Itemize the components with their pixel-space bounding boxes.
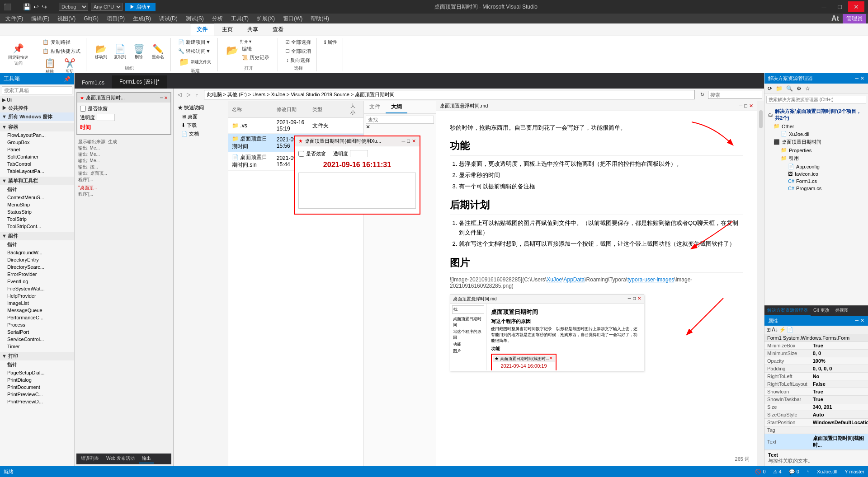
scrollbar-thumb[interactable] <box>759 110 763 128</box>
ribbon-btn-pin[interactable]: 📌 固定到快速访问 <box>5 42 31 67</box>
nested-screenshot-window[interactable]: 桌面顶置悬浮时间.md ─ □ ✕ <box>450 295 644 371</box>
props-pin-btn[interactable]: ─ <box>855 318 859 324</box>
toolbox-item-tablelayout[interactable]: TableLayoutPa... <box>0 168 74 175</box>
ribbon-btn-props[interactable]: ℹ 属性 <box>322 38 339 47</box>
prop-row[interactable]: Size340, 201 <box>764 403 868 411</box>
menu-help[interactable]: 帮助(H) <box>307 14 333 23</box>
prop-row[interactable]: RightToLeftNo <box>764 373 868 380</box>
main-float-window[interactable]: ★ 桌面顶置日期时间(截图时使用Xu... ─ □ ✕ 是否炫窗 透明度 50 … <box>294 136 420 215</box>
col-size[interactable]: 大小 <box>347 101 363 118</box>
form-window[interactable]: ★ 桌面顶置日期时... ─ ✕ 是否炫窗 <box>76 92 171 135</box>
menu-extensions[interactable]: 扩展(X) <box>253 14 278 23</box>
toolbox-item-tabcontrol[interactable]: TabControl <box>0 160 74 168</box>
form-opacity-input[interactable]: 50 <box>97 114 115 121</box>
menu-edit[interactable]: 编辑(E) <box>28 14 53 23</box>
toolbox-item-serialport[interactable]: SerialPort <box>0 328 74 336</box>
toolbox-item-process[interactable]: Process <box>0 321 74 328</box>
toolbox-item-directorysearch[interactable]: DirectorySearc... <box>0 263 74 271</box>
float-close-btn[interactable]: ✕ <box>412 138 416 144</box>
md-tab-file[interactable]: 文件 <box>364 101 386 113</box>
toolbox-item-toolstripcont[interactable]: ToolStripCont... <box>0 223 74 230</box>
md-minimize-btn[interactable]: ─ <box>739 103 743 109</box>
table-row[interactable]: 📁 .vs 2021-09-16 15:19 文件夹 <box>228 118 363 134</box>
ribbon-btn-deselect-all[interactable]: ☐ 全部取消 <box>283 47 313 56</box>
ribbon-btn-move[interactable]: 📂 移动到 <box>92 42 110 61</box>
debug-config-select[interactable]: Debug Release <box>59 3 88 11</box>
output-tab-output[interactable]: 输出 <box>139 454 154 463</box>
maximize-btn[interactable]: □ <box>833 1 847 12</box>
panel-tab-classview[interactable]: 类视图 <box>832 306 851 316</box>
nav-up-btn[interactable]: ↑ <box>194 91 200 98</box>
tree-programcs[interactable]: C# Program.cs <box>766 185 866 192</box>
toolbox-item-messagequeue[interactable]: MessageQueue <box>0 307 74 314</box>
col-name[interactable]: 名称 <box>228 101 273 118</box>
ribbon-btn-history[interactable]: 📜 历史记录 <box>240 53 271 62</box>
toolbox-item-filesystemwat[interactable]: FileSystemWat... <box>0 285 74 292</box>
tab-form1-cs[interactable]: Form1.cs <box>75 77 112 89</box>
ribbon-btn-delete[interactable]: 🗑️ 删除 <box>130 42 148 61</box>
link-typora[interactable]: typora-user-images <box>627 276 674 283</box>
ribbon-btn-new-folder[interactable]: 📁 新建文件夹 <box>176 56 214 68</box>
prop-row[interactable]: Text桌面顶置日期时间(截图时... <box>764 434 868 450</box>
panel-tab-git[interactable]: Git 更改 <box>811 306 832 316</box>
float-opacity-input[interactable]: 50 <box>350 150 368 157</box>
prop-row[interactable]: ShowIconTrue <box>764 388 868 396</box>
tree-xujoe-dll[interactable]: 📄 XuJoe.dll <box>766 130 866 138</box>
tab-form1-design[interactable]: Form1.cs [设计]* <box>112 75 167 89</box>
form-close-btn[interactable]: ✕ <box>164 95 168 100</box>
menu-view[interactable]: 视图(V) <box>54 14 79 23</box>
ribbon-btn-cut[interactable]: ✂️ 剪切 <box>61 57 79 75</box>
explorer-search-input[interactable] <box>708 91 762 99</box>
qa-desktop[interactable]: 🖥 桌面 <box>174 112 228 121</box>
menu-debug[interactable]: 调试(D) <box>156 14 181 23</box>
prop-row[interactable]: Padding0, 0, 0, 0 <box>764 365 868 373</box>
menu-window[interactable]: 窗口(W) <box>279 14 306 23</box>
toolbox-item-menustrip[interactable]: MenuStrip <box>0 201 74 208</box>
sol-toolbar-btn1[interactable]: ⟳ <box>766 85 774 92</box>
props-sort-btn[interactable]: ⊞ <box>766 327 771 333</box>
toolbox-item-pointer2[interactable]: 指针 <box>0 240 74 249</box>
toolbox-item-timer[interactable]: Timer <box>0 343 74 350</box>
prop-row[interactable]: StartPositionWindowsDefaultLocatio... <box>764 419 868 426</box>
props-event-btn[interactable]: ⚡ <box>779 327 786 333</box>
nested-close[interactable]: ✕ <box>637 296 641 302</box>
md-maximize-btn[interactable]: □ <box>744 103 747 109</box>
tree-form1cs[interactable]: C# Form1.cs <box>766 178 866 185</box>
toolbox-item-printdocument[interactable]: PrintDocument <box>0 383 74 391</box>
float-maximize-btn[interactable]: □ <box>407 138 410 144</box>
output-tab-errors[interactable]: 错误列表 <box>78 454 102 463</box>
ribbon-tab-file[interactable]: 文件 <box>190 23 214 36</box>
toolbox-item-errorprovider[interactable]: ErrorProvider <box>0 271 74 278</box>
toolbox-item-splitcontainer[interactable]: SplitContainer <box>0 153 74 160</box>
ribbon-btn-select-all[interactable]: ☑ 全部选择 <box>283 38 313 47</box>
props-alpha-btn[interactable]: A↓ <box>772 327 778 333</box>
prop-row[interactable]: RightToLeftLayoutFalse <box>764 380 868 388</box>
qa-redo-btn[interactable]: ↪ <box>41 2 48 11</box>
props-pages-btn[interactable]: 📄 <box>787 327 793 333</box>
ribbon-btn-edit[interactable]: 编辑 <box>240 45 271 53</box>
sol-toolbar-btn2[interactable]: 📁 <box>774 85 784 92</box>
menu-test[interactable]: 测试(S) <box>182 14 208 23</box>
nested-outline-item2[interactable]: 写这个程序的原因 <box>452 328 484 341</box>
nested-search[interactable]: 找 <box>452 305 484 314</box>
ribbon-btn-new-item[interactable]: 📄 新建项目▼ <box>176 38 212 47</box>
menu-file[interactable]: 文件(F) <box>2 14 27 23</box>
toolbox-item-backgroundw[interactable]: BackgroundW... <box>0 249 74 256</box>
toolbox-item-pagesetupdial[interactable]: PageSetupDial... <box>0 369 74 376</box>
toolbox-item-panel[interactable]: Panel <box>0 146 74 153</box>
float-checkbox[interactable] <box>298 151 304 157</box>
address-bar[interactable]: 此电脑 > 其他 (E:) > Users > XuJoe > Visual S… <box>204 90 695 99</box>
toolbox-item-helpprovider[interactable]: HelpProvider <box>0 292 74 299</box>
nested-outline-item4[interactable]: 图片 <box>452 348 484 355</box>
toolbox-item-printpreviewc[interactable]: PrintPreviewC... <box>0 391 74 398</box>
ribbon-btn-paste-shortcut[interactable]: 📋粘贴快捷方式 <box>41 47 82 56</box>
nested-outline-item3[interactable]: 功能 <box>452 341 484 348</box>
prop-row[interactable]: SizeGripStyleAuto <box>764 411 868 419</box>
toolbox-item-pointer3[interactable]: 指针 <box>0 360 74 369</box>
ribbon-btn-paste[interactable]: 📋 粘贴 <box>41 57 59 75</box>
nav-forward-btn[interactable]: ▷ <box>185 91 192 98</box>
tree-properties[interactable]: 📁 Properties <box>766 146 866 154</box>
qa-documents[interactable]: 📄 文档 <box>174 130 228 138</box>
prop-row[interactable]: ShowInTaskbarTrue <box>764 396 868 403</box>
tree-other-folder[interactable]: 📁 Other <box>766 122 866 130</box>
